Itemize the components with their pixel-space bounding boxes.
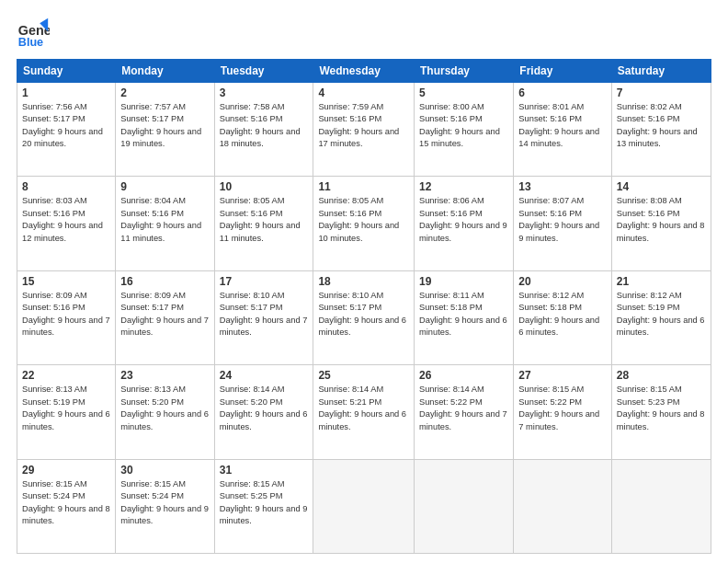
day-info: Sunrise: 8:12 AM Sunset: 5:18 PM Dayligh… — [518, 290, 607, 339]
col-header-friday: Friday — [514, 60, 612, 83]
day-cell: 14 Sunrise: 8:08 AM Sunset: 5:16 PM Dayl… — [611, 177, 711, 270]
col-header-wednesday: Wednesday — [313, 60, 415, 83]
day-info: Sunrise: 8:10 AM Sunset: 5:17 PM Dayligh… — [318, 290, 409, 339]
day-number: 7 — [617, 86, 706, 99]
day-number: 26 — [419, 369, 508, 382]
logo-icon: General Blue — [17, 17, 50, 50]
day-info: Sunrise: 8:02 AM Sunset: 5:16 PM Dayligh… — [617, 101, 706, 151]
day-number: 31 — [220, 464, 309, 477]
day-number: 28 — [617, 369, 706, 382]
col-header-thursday: Thursday — [415, 60, 514, 83]
day-cell: 8 Sunrise: 8:03 AM Sunset: 5:16 PM Dayli… — [17, 177, 116, 270]
day-info: Sunrise: 7:56 AM Sunset: 5:17 PM Dayligh… — [22, 101, 110, 151]
day-info: Sunrise: 7:57 AM Sunset: 5:17 PM Dayligh… — [120, 101, 209, 151]
day-cell: 23 Sunrise: 8:13 AM Sunset: 5:20 PM Dayl… — [116, 365, 214, 459]
week-row-2: 15 Sunrise: 8:09 AM Sunset: 5:16 PM Dayl… — [17, 270, 711, 364]
day-cell — [313, 459, 415, 553]
day-info: Sunrise: 8:07 AM Sunset: 5:16 PM Dayligh… — [518, 195, 607, 245]
day-info: Sunrise: 7:59 AM Sunset: 5:16 PM Dayligh… — [318, 101, 409, 151]
col-header-monday: Monday — [116, 60, 214, 83]
day-info: Sunrise: 8:15 AM Sunset: 5:24 PM Dayligh… — [120, 478, 209, 528]
day-cell: 3 Sunrise: 7:58 AM Sunset: 5:16 PM Dayli… — [214, 83, 313, 177]
day-info: Sunrise: 8:15 AM Sunset: 5:24 PM Dayligh… — [22, 478, 110, 528]
day-cell: 27 Sunrise: 8:15 AM Sunset: 5:22 PM Dayl… — [514, 365, 612, 459]
day-number: 1 — [22, 86, 110, 99]
day-cell: 31 Sunrise: 8:15 AM Sunset: 5:25 PM Dayl… — [214, 459, 313, 553]
day-cell: 20 Sunrise: 8:12 AM Sunset: 5:18 PM Dayl… — [514, 270, 612, 364]
day-number: 24 — [220, 369, 309, 382]
logo: General Blue — [17, 17, 50, 50]
day-cell: 28 Sunrise: 8:15 AM Sunset: 5:23 PM Dayl… — [611, 365, 711, 459]
day-info: Sunrise: 8:14 AM Sunset: 5:20 PM Dayligh… — [220, 384, 309, 433]
header: General Blue — [17, 17, 711, 50]
day-cell: 21 Sunrise: 8:12 AM Sunset: 5:19 PM Dayl… — [611, 270, 711, 364]
day-cell: 4 Sunrise: 7:59 AM Sunset: 5:16 PM Dayli… — [313, 83, 415, 177]
day-cell: 9 Sunrise: 8:04 AM Sunset: 5:16 PM Dayli… — [116, 177, 214, 270]
day-number: 27 — [518, 369, 607, 382]
day-cell: 1 Sunrise: 7:56 AM Sunset: 5:17 PM Dayli… — [17, 83, 116, 177]
day-info: Sunrise: 8:00 AM Sunset: 5:16 PM Dayligh… — [419, 101, 508, 151]
day-info: Sunrise: 8:10 AM Sunset: 5:17 PM Dayligh… — [220, 290, 309, 339]
day-info: Sunrise: 8:06 AM Sunset: 5:16 PM Dayligh… — [419, 195, 508, 245]
day-cell: 26 Sunrise: 8:14 AM Sunset: 5:22 PM Dayl… — [415, 365, 514, 459]
day-info: Sunrise: 8:14 AM Sunset: 5:21 PM Dayligh… — [318, 384, 409, 433]
day-cell: 29 Sunrise: 8:15 AM Sunset: 5:24 PM Dayl… — [17, 459, 116, 553]
day-cell: 16 Sunrise: 8:09 AM Sunset: 5:17 PM Dayl… — [116, 270, 214, 364]
day-cell: 5 Sunrise: 8:00 AM Sunset: 5:16 PM Dayli… — [415, 83, 514, 177]
day-number: 23 — [120, 369, 209, 382]
day-number: 8 — [22, 180, 110, 193]
day-cell: 13 Sunrise: 8:07 AM Sunset: 5:16 PM Dayl… — [514, 177, 612, 270]
day-cell: 19 Sunrise: 8:11 AM Sunset: 5:18 PM Dayl… — [415, 270, 514, 364]
day-number: 19 — [419, 275, 508, 288]
day-cell — [611, 459, 711, 553]
day-number: 15 — [22, 275, 110, 288]
day-number: 5 — [419, 86, 508, 99]
day-number: 4 — [318, 86, 409, 99]
col-header-sunday: Sunday — [17, 60, 116, 83]
day-cell: 10 Sunrise: 8:05 AM Sunset: 5:16 PM Dayl… — [214, 177, 313, 270]
day-info: Sunrise: 8:13 AM Sunset: 5:20 PM Dayligh… — [120, 384, 209, 433]
col-header-saturday: Saturday — [611, 60, 711, 83]
day-cell: 12 Sunrise: 8:06 AM Sunset: 5:16 PM Dayl… — [415, 177, 514, 270]
week-row-1: 8 Sunrise: 8:03 AM Sunset: 5:16 PM Dayli… — [17, 177, 711, 270]
day-info: Sunrise: 8:09 AM Sunset: 5:17 PM Dayligh… — [120, 290, 209, 339]
day-info: Sunrise: 8:12 AM Sunset: 5:19 PM Dayligh… — [617, 290, 706, 339]
day-cell — [415, 459, 514, 553]
day-info: Sunrise: 8:14 AM Sunset: 5:22 PM Dayligh… — [419, 384, 508, 433]
calendar-table: SundayMondayTuesdayWednesdayThursdayFrid… — [17, 59, 711, 554]
day-info: Sunrise: 8:01 AM Sunset: 5:16 PM Dayligh… — [518, 101, 607, 151]
day-cell: 6 Sunrise: 8:01 AM Sunset: 5:16 PM Dayli… — [514, 83, 612, 177]
day-number: 21 — [617, 275, 706, 288]
day-number: 30 — [120, 464, 209, 477]
day-number: 6 — [518, 86, 607, 99]
day-info: Sunrise: 8:08 AM Sunset: 5:16 PM Dayligh… — [617, 195, 706, 245]
day-info: Sunrise: 8:15 AM Sunset: 5:23 PM Dayligh… — [617, 384, 706, 433]
day-info: Sunrise: 8:11 AM Sunset: 5:18 PM Dayligh… — [419, 290, 508, 339]
day-number: 25 — [318, 369, 409, 382]
day-number: 22 — [22, 369, 110, 382]
day-number: 16 — [120, 275, 209, 288]
day-info: Sunrise: 8:15 AM Sunset: 5:22 PM Dayligh… — [518, 384, 607, 433]
day-cell: 30 Sunrise: 8:15 AM Sunset: 5:24 PM Dayl… — [116, 459, 214, 553]
page: General Blue SundayMondayTuesdayWednesda… — [0, 0, 728, 563]
day-info: Sunrise: 8:04 AM Sunset: 5:16 PM Dayligh… — [120, 195, 209, 245]
week-row-4: 29 Sunrise: 8:15 AM Sunset: 5:24 PM Dayl… — [17, 459, 711, 553]
day-number: 12 — [419, 180, 508, 193]
day-cell: 15 Sunrise: 8:09 AM Sunset: 5:16 PM Dayl… — [17, 270, 116, 364]
day-cell: 25 Sunrise: 8:14 AM Sunset: 5:21 PM Dayl… — [313, 365, 415, 459]
day-cell: 7 Sunrise: 8:02 AM Sunset: 5:16 PM Dayli… — [611, 83, 711, 177]
day-info: Sunrise: 8:05 AM Sunset: 5:16 PM Dayligh… — [220, 195, 309, 245]
day-info: Sunrise: 8:05 AM Sunset: 5:16 PM Dayligh… — [318, 195, 409, 245]
day-cell: 18 Sunrise: 8:10 AM Sunset: 5:17 PM Dayl… — [313, 270, 415, 364]
day-number: 11 — [318, 180, 409, 193]
day-number: 20 — [518, 275, 607, 288]
day-cell: 24 Sunrise: 8:14 AM Sunset: 5:20 PM Dayl… — [214, 365, 313, 459]
day-number: 14 — [617, 180, 706, 193]
day-info: Sunrise: 8:13 AM Sunset: 5:19 PM Dayligh… — [22, 384, 110, 433]
day-number: 9 — [120, 180, 209, 193]
day-number: 18 — [318, 275, 409, 288]
day-info: Sunrise: 7:58 AM Sunset: 5:16 PM Dayligh… — [220, 101, 309, 151]
day-number: 17 — [220, 275, 309, 288]
day-cell: 17 Sunrise: 8:10 AM Sunset: 5:17 PM Dayl… — [214, 270, 313, 364]
col-header-tuesday: Tuesday — [214, 60, 313, 83]
